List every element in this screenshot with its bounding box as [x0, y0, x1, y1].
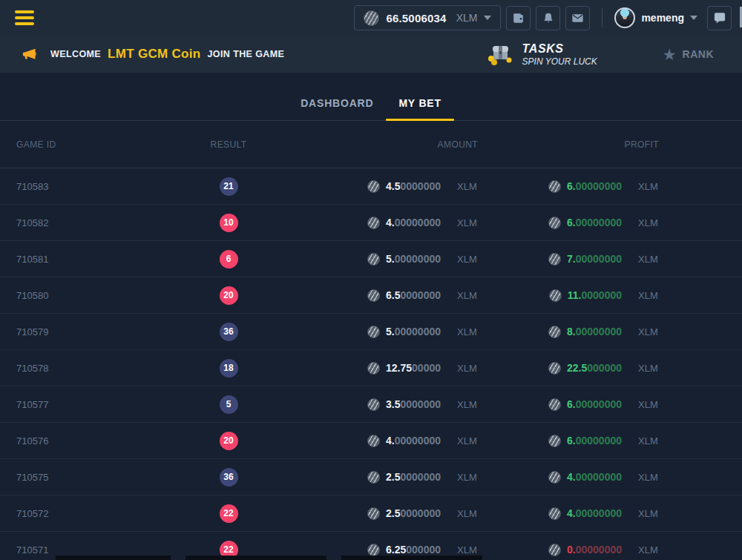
profit-value: 8. — [567, 326, 576, 337]
profit-zeros: 000000 — [587, 362, 622, 374]
result-cell: 36 — [206, 468, 251, 487]
amount-value: 4.5 — [386, 180, 400, 192]
menu-button[interactable] — [15, 10, 34, 25]
amount-cell: 5.00000000 XLM — [251, 326, 478, 338]
amount-zeros: 00000000 — [395, 435, 441, 447]
amount-value: 5. — [386, 253, 395, 265]
coin-icon — [367, 435, 380, 447]
table-header: GAME ID RESULT AMOUNT PROFIT — [0, 121, 742, 168]
rank-label: RANK — [683, 48, 714, 60]
amount-zeros: 00000 — [412, 362, 441, 374]
balance-currency[interactable]: XLM — [456, 12, 478, 24]
currency-label: XLM — [457, 399, 478, 410]
table-row: 710577 5 3.50000000 XLM 6.00000000 XLM — [0, 386, 742, 423]
result-badge: 21 — [220, 177, 238, 196]
table-row: 710575 36 2.50000000 XLM 4.00000000 XLM — [0, 459, 742, 495]
result-cell: 21 — [206, 177, 251, 196]
result-badge: 22 — [220, 541, 238, 559]
amount-value: 4. — [386, 217, 395, 228]
result-cell: 22 — [206, 541, 251, 559]
profit-cell: 8.00000000 XLM — [478, 326, 659, 338]
currency-label: XLM — [638, 399, 659, 410]
notifications-button[interactable] — [536, 6, 560, 30]
profit-zeros: 00000000 — [576, 253, 622, 265]
table-row: 710583 21 4.50000000 XLM 6.00000000 XLM — [0, 168, 742, 205]
result-badge: 22 — [220, 504, 238, 523]
tab-dashboard-label: DASHBOARD — [301, 97, 373, 109]
table-row: 710579 36 5.00000000 XLM 8.00000000 XLM — [0, 314, 742, 350]
amount-cell: 5.00000000 XLM — [251, 253, 478, 266]
amount-value: 3.5 — [386, 398, 400, 410]
game-id: 710580 — [0, 290, 206, 301]
profit-cell: 7.00000000 XLM — [478, 253, 659, 266]
amount-cell: 2.50000000 XLM — [251, 507, 478, 520]
profit-zeros: 00000000 — [576, 326, 622, 337]
result-badge: 20 — [220, 286, 238, 305]
amount-value: 6.5 — [386, 289, 400, 301]
coin-icon — [548, 435, 561, 447]
game-id: 710576 — [0, 435, 206, 447]
profit-zeros: 00000000 — [576, 471, 622, 483]
amount-cell: 4.50000000 XLM — [251, 180, 478, 193]
game-id: 710578 — [0, 363, 206, 374]
user-menu[interactable]: memeng — [614, 7, 697, 28]
tasks-widget[interactable]: TASKS SPIN YOUR LUCK — [487, 42, 597, 67]
tab-my-bet-label: MY BET — [398, 97, 441, 109]
profit-zeros: 00000000 — [576, 507, 622, 519]
profit-value: 7. — [567, 253, 576, 265]
profit-value: 4. — [567, 507, 576, 519]
announcement-banner: WELCOME LMT GCM Coin JOIN THE GAME TASKS… — [0, 36, 742, 73]
coin-icon — [367, 326, 380, 338]
result-cell: 10 — [206, 214, 251, 232]
amount-zeros: 00000000 — [395, 326, 441, 337]
profit-cell: 11.0000000 XLM — [478, 289, 659, 302]
coin-icon — [367, 362, 380, 375]
amount-zeros: 00000000 — [395, 217, 441, 228]
balance-box[interactable]: 66.5006034 XLM — [354, 5, 501, 30]
balance-value: 66.5006034 — [386, 12, 446, 24]
username: memeng — [641, 12, 684, 24]
welcome-suffix: JOIN THE GAME — [207, 49, 284, 59]
game-id: 710581 — [0, 254, 206, 265]
currency-label: XLM — [457, 435, 478, 447]
currency-label: XLM — [457, 290, 478, 301]
result-cell: 6 — [206, 250, 251, 269]
messages-button[interactable] — [565, 6, 590, 30]
tab-my-bet[interactable]: MY BET — [386, 86, 453, 120]
amount-cell: 2.50000000 XLM — [251, 471, 478, 484]
amount-cell: 6.50000000 XLM — [251, 289, 478, 302]
profit-value: 11. — [568, 289, 582, 301]
amount-cell: 4.00000000 XLM — [251, 217, 478, 229]
coin-icon — [548, 507, 561, 520]
amount-cell: 4.00000000 XLM — [251, 435, 478, 447]
profit-cell: 6.00000000 XLM — [478, 435, 659, 447]
amount-value: 4. — [386, 435, 395, 447]
coin-icon — [548, 253, 561, 266]
profit-value: 6. — [567, 435, 576, 447]
tab-dashboard[interactable]: DASHBOARD — [288, 86, 386, 120]
wallet-button[interactable] — [506, 6, 531, 30]
rank-widget[interactable]: ★ RANK — [663, 47, 714, 62]
table-row: 710582 10 4.00000000 XLM 6.00000000 XLM — [0, 205, 742, 241]
amount-zeros: 000000 — [406, 544, 441, 556]
coin-icon — [367, 471, 380, 484]
currency-label: XLM — [638, 217, 659, 228]
chat-toggle-button[interactable] — [707, 6, 732, 30]
amount-value: 12.75 — [386, 362, 412, 374]
wallet-icon — [511, 11, 525, 25]
hamburger-icon — [15, 10, 34, 13]
profit-zeros: 00000000 — [576, 180, 622, 192]
amount-zeros: 00000000 — [395, 253, 441, 265]
coin-icon — [367, 289, 380, 302]
coin-icon — [548, 326, 561, 338]
profit-cell: 4.00000000 XLM — [478, 507, 659, 520]
coin-icon — [367, 544, 380, 556]
amount-value: 5. — [386, 326, 395, 337]
coin-icon — [367, 507, 380, 520]
currency-label: XLM — [638, 363, 659, 374]
currency-label: XLM — [638, 435, 659, 447]
game-id: 710582 — [0, 217, 206, 228]
game-id: 710571 — [0, 544, 206, 556]
coin-icon — [548, 398, 561, 411]
table-row: 710576 20 4.00000000 XLM 6.00000000 XLM — [0, 423, 742, 459]
